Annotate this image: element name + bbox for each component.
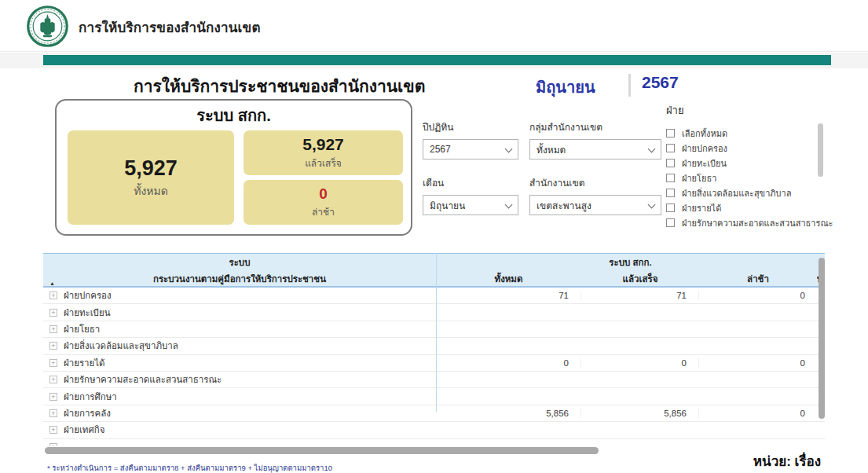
row-done-cell: 5,856 [581,409,699,418]
table-row[interactable]: ฝ่ายการศึกษา [43,388,825,405]
filter-label: เดือน [423,175,518,190]
row-total-cell: 71 [436,291,581,300]
filter-dropdown-value: 2567 [430,144,451,155]
table-row[interactable]: ฝ่ายสิ่งแวดล้อมและสุขาภิบาล [43,338,825,354]
expand-plus-icon[interactable] [49,443,57,446]
filter: ปีปฏิทิน 2567 [423,119,518,160]
expand-plus-icon[interactable] [49,292,57,299]
matrix-header: ระบบ ระบบ สกก. กระบวนงานตามคู่มือการให้บ… [43,253,825,288]
table-row[interactable]: ฝ่ายเทศกิจ [43,422,825,438]
filter-dropdown-value: ทั้งหมด [537,142,566,157]
expand-plus-icon[interactable] [49,393,57,401]
row-name-cell: ฝ่ายทะเบียน [43,306,436,320]
expand-plus-icon[interactable] [49,359,57,367]
kpi-total-label: ทั้งหมด [134,182,168,200]
checkbox-icon[interactable] [666,129,675,138]
section-slicer-title: ฝ่าย [666,102,847,119]
column-divider-line [436,253,437,412]
filter-dropdown[interactable]: 2567 [423,139,518,160]
row-name-label: ฝ่ายรายได้ [64,356,105,370]
checkbox-icon[interactable] [666,218,675,227]
row-name-label: ฝ่ายการคลัง [64,406,111,420]
table-row[interactable] [43,439,825,446]
expand-plus-icon[interactable] [49,325,57,333]
row-delayed-cell: 0 [699,291,817,300]
slicer-option[interactable]: ฝ่ายรักษาความสะอาดและสวนสาธารณะ [666,215,847,230]
matrix-body: ฝ่ายปกครอง 71 71 0 ฝ่ายทะเบียน [43,288,825,446]
slicer-option-label: ฝ่ายรายได้ [682,201,721,215]
kpi-delayed-label: ล่าช้า [312,204,335,219]
checkbox-icon[interactable] [666,144,675,152]
kpi-delayed-value: 0 [319,185,328,203]
year-display: 2567 [642,73,679,92]
filter-group: ปีปฏิทิน 2567 กลุ่มสำนักงานเขต ทั้งหมด เ… [423,119,661,215]
row-name-cell: ฝ่ายรักษาความสะอาดและสวนสาธารณะ [43,372,436,387]
row-name-cell: ฝ่ายสิ่งแวดล้อมและสุขาภิบาล [43,339,436,353]
row-total-cell: 5,856 [436,409,581,418]
slicer-option[interactable]: ฝ่ายสิ่งแวดล้อมและสุขาภิบาล [666,185,847,200]
expand-plus-icon[interactable] [49,409,57,417]
section-slicer: ฝ่าย เลือกทั้งหมด ฝ่ายปกครอง ฝ่ายทะเบียน [666,102,847,230]
slicer-scrollbar-thumb[interactable] [818,123,823,177]
header-system[interactable]: ระบบ [43,254,436,270]
dashboard-page: การให้บริการของสำนักงานเขต การให้บริการป… [0,0,868,473]
filter: สำนักงานเขต เขตสะพานสูง [529,175,661,215]
matrix-header-group-row: ระบบ ระบบ สกก. [43,254,825,270]
filter-dropdown-value: มิถุนายน [430,198,465,213]
expand-plus-icon[interactable] [49,376,57,383]
table-row[interactable]: ฝ่ายปกครอง 71 71 0 [43,288,825,304]
chevron-down-icon [648,201,656,209]
kpi-card-total: 5,927 ทั้งหมด [68,130,234,225]
row-name-cell: ฝ่ายการคลัง [43,406,436,420]
table-row[interactable]: ฝ่ายรักษาความสะอาดและสวนสาธารณะ [43,372,825,388]
row-name-label: ฝ่ายเทศกิจ [64,423,104,437]
checkbox-icon[interactable] [666,204,675,212]
row-name-label: ฝ่ายสิ่งแวดล้อมและสุขาภิบาล [64,339,178,353]
footnote: * ระหว่างดำเนินการ = ส่งคืนตามมาตรา8 + ส… [47,462,332,473]
header-band [0,53,868,68]
kpi-card-done: 5,927 แล้วเสร็จ [244,130,403,175]
filter-dropdown[interactable]: มิถุนายน [423,195,518,215]
row-name-label: ฝ่ายโยธา [64,322,100,336]
table-row[interactable]: ฝ่ายการคลัง 5,856 5,856 0 [43,405,825,422]
checkbox-icon[interactable] [666,189,675,197]
chevron-down-icon [505,145,513,153]
row-name-label: ฝ่ายการศึกษา [64,390,117,404]
app-header: การให้บริการของสำนักงานเขต [0,0,868,52]
kpi-done-value: 5,927 [302,135,344,154]
table-row[interactable]: ฝ่ายทะเบียน [43,304,825,321]
row-total-cell: 0 [436,358,581,368]
filter-dropdown[interactable]: เขตสะพานสูง [529,195,661,215]
row-name-cell: ฝ่ายเทศกิจ [43,423,436,437]
filter-dropdown[interactable]: ทั้งหมด [529,139,661,160]
header-process-name[interactable]: กระบวนงานตามคู่มือการให้บริการประชาชน ▲ [43,270,436,287]
checkbox-icon[interactable] [666,159,675,167]
row-name-cell [43,443,436,446]
slicer-option-label: ฝ่ายรักษาความสะอาดและสวนสาธารณะ [682,216,833,230]
services-matrix: ระบบ ระบบ สกก. กระบวนงานตามคู่มือการให้บ… [43,253,825,446]
header-col-total[interactable]: ทั้งหมด [436,270,581,287]
sort-ascending-icon[interactable]: ▲ [49,280,55,286]
header-col-delayed[interactable]: ล่าช้า [699,270,817,287]
filter-dropdown-value: เขตสะพานสูง [537,198,591,213]
expand-plus-icon[interactable] [49,309,57,317]
slicer-option[interactable]: ฝ่ายรายได้ [666,200,847,215]
header-process-name-label: กระบวนงานตามคู่มือการให้บริการประชาชน [153,272,326,286]
row-delayed-cell: 0 [699,358,817,368]
row-done-cell: 0 [581,358,699,368]
checkbox-icon[interactable] [666,174,675,182]
slicer-option-label: ฝ่ายโยธา [682,171,716,185]
slicer-option-label: ฝ่ายปกครอง [682,141,727,156]
expand-plus-icon[interactable] [49,342,57,350]
month-display: มิถุนายน [536,75,595,100]
expand-plus-icon[interactable] [49,426,57,434]
header-col-done[interactable]: แล้วเสร็จ [581,270,699,287]
row-name-label: ฝ่ายทะเบียน [64,306,111,320]
filter-label: สำนักงานเขต [529,175,661,190]
table-row[interactable]: ฝ่ายโยธา [43,321,825,338]
row-name-cell: ฝ่ายโยธา [43,322,436,336]
horizontal-scrollbar-thumb[interactable] [45,447,599,454]
table-row[interactable]: ฝ่ายรายได้ 0 0 0 [43,355,825,372]
vertical-scrollbar-thumb[interactable] [819,258,825,419]
unit-label: หน่วย: เรื่อง [753,450,821,471]
